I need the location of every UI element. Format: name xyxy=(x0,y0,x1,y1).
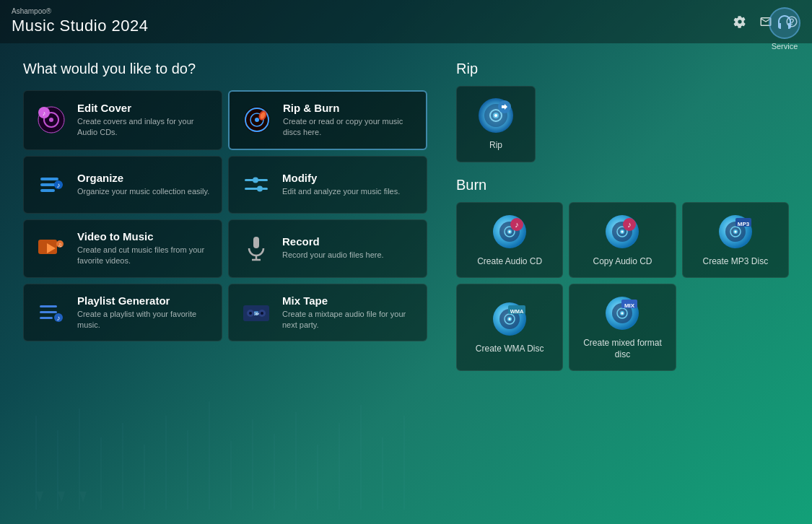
organize-card[interactable]: ♪ Organize Organize your music collectio… xyxy=(23,156,222,214)
titlebar: Ashampoo® Music Studio 2024 xyxy=(0,0,812,43)
rip-grid: Rip xyxy=(456,86,789,162)
video-to-music-title: Video to Music xyxy=(77,230,210,243)
mix-tape-card[interactable]: ≫ Mix Tape Create a mixtape audio file f… xyxy=(228,284,427,342)
organize-desc: Organize your music collection easily. xyxy=(77,186,209,197)
mix-tape-desc: Create a mixtape audio file for your nex… xyxy=(282,309,415,331)
mix-tape-icon: ≫ xyxy=(240,297,272,328)
svg-rect-17 xyxy=(258,179,268,181)
modify-card[interactable]: Modify Edit and analyze your music files… xyxy=(228,156,427,214)
create-audio-cd-label: Create Audio CD xyxy=(477,256,542,268)
organize-icon: ♪ xyxy=(35,169,67,201)
edit-cover-icon: ♪ xyxy=(35,104,67,136)
right-panel: Rip xyxy=(456,61,789,371)
record-title: Record xyxy=(282,235,384,248)
create-mixed-format-label: Create mixed format disc xyxy=(577,338,668,360)
burn-section: Burn xyxy=(456,177,789,372)
edit-cover-title: Edit Cover xyxy=(77,102,210,114)
video-to-music-desc: Create and cut music files from your fav… xyxy=(77,245,210,267)
svg-rect-20 xyxy=(262,188,268,190)
edit-cover-desc: Create covers and inlays for your Audio … xyxy=(77,116,210,139)
svg-rect-31 xyxy=(40,317,53,319)
playlist-generator-desc: Create a playlist with your favorite mus… xyxy=(77,309,210,331)
rip-section: Rip xyxy=(456,61,789,162)
svg-text:WMA: WMA xyxy=(510,308,524,315)
settings-icon[interactable] xyxy=(731,13,748,30)
rip-burn-card[interactable]: Rip & Burn Create or read or copy your m… xyxy=(228,90,427,150)
record-icon xyxy=(240,232,272,264)
app-subtitle: Ashampoo® xyxy=(12,8,149,15)
create-mixed-format-card[interactable]: MIX Create mixed format disc xyxy=(569,284,676,371)
left-panel: What would you like to do? ♪ Edit Cover … xyxy=(23,61,427,371)
svg-point-38 xyxy=(261,312,263,315)
create-mp3-disc-card[interactable]: MP3 Create MP3 Disc xyxy=(682,202,789,279)
svg-text:♪: ♪ xyxy=(57,314,61,322)
service-label: Service xyxy=(772,42,798,51)
modify-desc: Edit and analyze your music files. xyxy=(282,186,400,197)
copy-audio-cd-label: Copy Audio CD xyxy=(593,256,652,268)
svg-text:♪: ♪ xyxy=(43,110,46,117)
svg-rect-26 xyxy=(253,237,259,248)
playlist-generator-card[interactable]: ♪ Playlist Generator Create a playlist w… xyxy=(23,284,222,342)
rip-section-title: Rip xyxy=(456,61,789,77)
svg-rect-11 xyxy=(40,178,58,180)
create-audio-cd-card[interactable]: ♪ Create Audio CD xyxy=(456,202,563,279)
svg-text:♪: ♪ xyxy=(628,220,632,229)
rip-burn-title: Rip & Burn xyxy=(283,102,414,114)
svg-text:≫: ≫ xyxy=(254,311,259,316)
playlist-generator-title: Playlist Generator xyxy=(77,294,210,307)
svg-point-80 xyxy=(621,313,624,315)
svg-rect-30 xyxy=(40,311,57,313)
svg-point-21 xyxy=(257,185,263,191)
record-card[interactable]: Record Record your audio files here. xyxy=(228,219,427,278)
video-to-music-icon: ♫ xyxy=(35,232,67,264)
svg-point-45 xyxy=(494,114,497,117)
rip-card[interactable]: Rip xyxy=(456,86,536,162)
svg-rect-29 xyxy=(40,305,57,307)
svg-text:MP3: MP3 xyxy=(738,221,750,227)
svg-point-59 xyxy=(621,230,624,232)
svg-marker-103 xyxy=(79,492,87,502)
feature-grid: ♪ Edit Cover Create covers and inlays fo… xyxy=(23,90,427,341)
burn-section-title: Burn xyxy=(456,177,789,193)
rip-card-label: Rip xyxy=(489,140,502,152)
mix-tape-title: Mix Tape xyxy=(282,294,415,307)
rip-burn-icon xyxy=(241,104,273,136)
svg-point-52 xyxy=(509,230,511,232)
record-desc: Record your audio files here. xyxy=(282,250,384,261)
playlist-generator-icon: ♪ xyxy=(35,297,67,328)
create-wma-disc-card[interactable]: WMA Create WMA Disc xyxy=(456,284,563,371)
burn-grid: ♪ Create Audio CD xyxy=(456,202,789,372)
edit-cover-card[interactable]: ♪ Edit Cover Create covers and inlays fo… xyxy=(23,90,222,150)
service-button[interactable]: Service xyxy=(769,7,800,51)
video-to-music-card[interactable]: ♫ Video to Music Create and cut music fi… xyxy=(23,219,222,278)
svg-point-2 xyxy=(49,118,53,122)
svg-point-73 xyxy=(509,318,511,320)
create-wma-disc-label: Create WMA Disc xyxy=(476,344,544,355)
modify-title: Modify xyxy=(282,172,400,184)
main-question: What would you like to do? xyxy=(23,61,427,77)
app-title: Music Studio 2024 xyxy=(12,17,149,35)
svg-point-8 xyxy=(255,118,259,122)
main-content: What would you like to do? ♪ Edit Cover … xyxy=(0,43,812,388)
organize-title: Organize xyxy=(77,172,209,184)
app-branding: Ashampoo® Music Studio 2024 xyxy=(12,8,149,35)
svg-point-66 xyxy=(734,230,736,232)
rip-burn-desc: Create or read or copy your music discs … xyxy=(283,116,414,139)
svg-text:♪: ♪ xyxy=(57,181,61,189)
svg-marker-101 xyxy=(36,492,43,502)
service-icon xyxy=(769,7,800,39)
modify-icon xyxy=(240,169,272,201)
svg-text:♪: ♪ xyxy=(515,220,519,229)
svg-text:♫: ♫ xyxy=(58,242,62,248)
create-mp3-disc-label: Create MP3 Disc xyxy=(702,256,768,268)
bg-decoration xyxy=(0,380,812,524)
svg-point-36 xyxy=(249,312,252,315)
svg-point-18 xyxy=(253,177,258,183)
copy-audio-cd-card[interactable]: ♪ Copy Audio CD xyxy=(569,202,676,279)
svg-text:MIX: MIX xyxy=(624,302,635,309)
svg-rect-13 xyxy=(40,189,55,192)
svg-marker-102 xyxy=(58,492,65,502)
